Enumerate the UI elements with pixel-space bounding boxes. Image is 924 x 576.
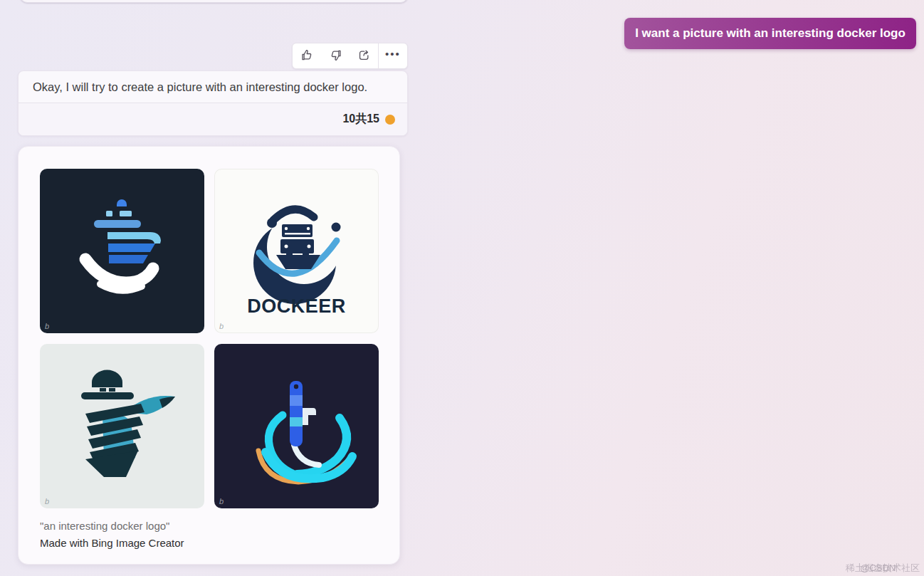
bing-watermark: b <box>219 497 224 506</box>
striped-figure-logo-illustration <box>40 344 204 508</box>
generated-image-4[interactable]: b <box>214 344 379 508</box>
bing-watermark: b <box>45 322 49 330</box>
site-watermark: @CSDN 稀土掘金技术社区 <box>860 562 920 575</box>
share-icon <box>357 48 372 65</box>
user-message-bubble: I want a picture with an interesting doc… <box>624 18 916 49</box>
thumbs-up-icon <box>300 48 315 65</box>
user-message-text: I want a picture with an interesting doc… <box>635 26 905 40</box>
anchor-wave-logo-illustration <box>214 344 379 508</box>
bing-watermark: b <box>45 497 49 506</box>
status-dot <box>385 115 395 125</box>
watermark-community: 稀土掘金技术社区 <box>846 562 920 573</box>
generated-image-grid: b <box>40 169 379 508</box>
attribution-text: Made with Bing Image Creator <box>40 537 184 549</box>
more-options-button[interactable]: ••• <box>379 43 407 68</box>
bing-watermark: b <box>219 322 224 330</box>
previous-card-edge <box>20 0 408 3</box>
chat-screen: I want a picture with an interesting doc… <box>0 0 924 576</box>
generated-image-3[interactable]: b <box>40 344 204 508</box>
image-caption-block: "an interesting docker logo" Made with B… <box>40 520 184 549</box>
bot-message-text: Okay, I will try to create a picture wit… <box>19 71 407 103</box>
ship-logo-illustration <box>40 169 204 333</box>
generated-image-2[interactable]: DOCKEER b <box>214 169 379 333</box>
message-toolbar: ••• <box>292 43 408 69</box>
thumbs-down-button[interactable] <box>321 43 350 68</box>
response-footer: 10共15 <box>19 103 407 135</box>
image-results-card: b <box>18 146 400 565</box>
prompt-caption: "an interesting docker logo" <box>40 520 184 532</box>
share-button[interactable] <box>350 43 378 68</box>
thumbs-up-button[interactable] <box>293 43 321 68</box>
generated-image-1[interactable]: b <box>40 169 204 333</box>
logo-wordmark: DOCKEER <box>214 295 379 318</box>
bot-response-card: Okay, I will try to create a picture wit… <box>18 70 408 136</box>
turn-counter: 10共15 <box>342 112 379 127</box>
thumbs-down-icon <box>328 48 343 65</box>
more-icon: ••• <box>385 48 401 64</box>
